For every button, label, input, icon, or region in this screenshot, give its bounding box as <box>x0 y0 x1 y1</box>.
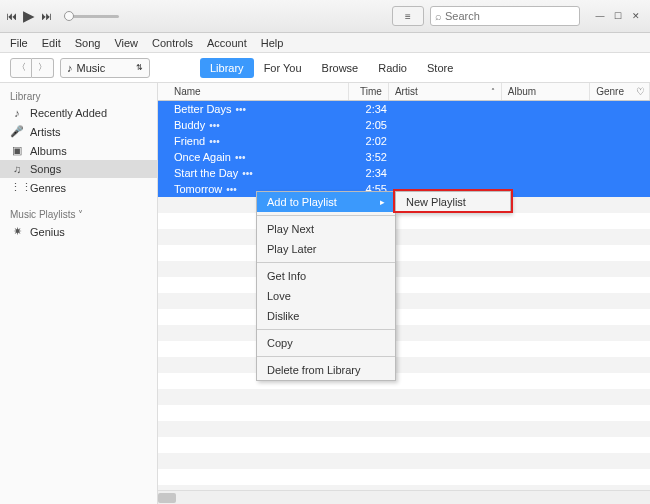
search-field[interactable]: ⌕ <box>430 6 580 26</box>
close-button[interactable]: ✕ <box>628 9 644 23</box>
sidebar-item-recently-added[interactable]: ♪Recently Added <box>0 104 157 122</box>
submenu-arrow-icon: ▸ <box>380 197 385 207</box>
sidebar-library-header: Library <box>0 87 157 104</box>
menu-controls[interactable]: Controls <box>146 35 199 51</box>
chevron-down-icon: ˅ <box>78 209 83 220</box>
ctx-get-info[interactable]: Get Info <box>257 266 395 286</box>
tabs: Library For You Browse Radio Store <box>200 58 463 78</box>
maximize-button[interactable]: ☐ <box>610 9 626 23</box>
menu-view[interactable]: View <box>108 35 144 51</box>
col-loved[interactable]: ♡ <box>630 83 650 100</box>
more-dots-icon[interactable]: ••• <box>209 136 220 147</box>
table-row[interactable]: Start the Day•••2:34 <box>158 165 650 181</box>
menu-account[interactable]: Account <box>201 35 253 51</box>
back-button[interactable]: 〈 <box>10 58 32 78</box>
sidebar-item-artists[interactable]: 🎤Artists <box>0 122 157 141</box>
sidebar-item-label: Songs <box>30 163 61 175</box>
tab-radio[interactable]: Radio <box>368 58 417 78</box>
tab-browse[interactable]: Browse <box>312 58 369 78</box>
genres-icon: ⋮⋮ <box>10 181 24 194</box>
more-dots-icon[interactable]: ••• <box>209 120 220 131</box>
col-album[interactable]: Album <box>502 83 590 100</box>
table-row-empty <box>158 261 650 277</box>
menu-edit[interactable]: Edit <box>36 35 67 51</box>
table-row-empty <box>158 341 650 357</box>
table-row-empty <box>158 309 650 325</box>
toolbar: 〈 〉 ♪ Music ⇅ Library For You Browse Rad… <box>0 53 650 83</box>
sidebar-item-songs[interactable]: ♫Songs <box>0 160 157 178</box>
source-label: Music <box>77 62 106 74</box>
tab-library[interactable]: Library <box>200 58 254 78</box>
more-dots-icon[interactable]: ••• <box>242 168 253 179</box>
table-row[interactable]: Buddy•••2:05 <box>158 117 650 133</box>
col-time[interactable]: Time <box>349 83 388 100</box>
search-input[interactable] <box>445 10 575 22</box>
search-icon: ⌕ <box>435 10 442 22</box>
separator <box>257 262 395 263</box>
col-artist[interactable]: Artist˄ <box>389 83 502 100</box>
table-row[interactable]: Once Again•••3:52 <box>158 149 650 165</box>
mic-icon: 🎤 <box>10 125 24 138</box>
table-row-empty <box>158 245 650 261</box>
table-row[interactable]: Friend•••2:02 <box>158 133 650 149</box>
playback-controls: ⏮ ▶ ⏭ <box>6 7 52 25</box>
minimize-button[interactable]: — <box>592 9 608 23</box>
menu-song[interactable]: Song <box>69 35 107 51</box>
forward-button[interactable]: 〉 <box>32 58 54 78</box>
chevron-updown-icon: ⇅ <box>136 63 143 72</box>
table-row-empty <box>158 213 650 229</box>
ctx-play-next[interactable]: Play Next <box>257 219 395 239</box>
separator <box>257 356 395 357</box>
more-dots-icon[interactable]: ••• <box>235 104 246 115</box>
scrollbar-thumb[interactable] <box>158 493 176 503</box>
table-row-empty <box>158 437 650 453</box>
table-row[interactable]: Better Days•••2:34 <box>158 101 650 117</box>
col-name[interactable]: Name <box>158 83 349 100</box>
sidebar-item-albums[interactable]: ▣Albums <box>0 141 157 160</box>
sidebar-item-genres[interactable]: ⋮⋮Genres <box>0 178 157 197</box>
horizontal-scrollbar[interactable] <box>158 490 650 504</box>
songs-icon: ♫ <box>10 163 24 175</box>
table-row-empty <box>158 453 650 469</box>
track-time: 2:34 <box>353 167 393 179</box>
ctx-new-playlist[interactable]: New Playlist <box>396 192 510 212</box>
sidebar: Library ♪Recently Added 🎤Artists ▣Albums… <box>0 83 158 504</box>
context-submenu: New Playlist <box>395 191 511 213</box>
table-row-empty <box>158 389 650 405</box>
track-time: 2:34 <box>353 103 393 115</box>
more-dots-icon[interactable]: ••• <box>235 152 246 163</box>
volume-slider[interactable] <box>64 15 119 18</box>
menu-file[interactable]: File <box>4 35 34 51</box>
track-name: Start the Day••• <box>158 167 353 179</box>
menu-help[interactable]: Help <box>255 35 290 51</box>
table-row-empty <box>158 405 650 421</box>
next-icon[interactable]: ⏭ <box>41 10 52 22</box>
volume-knob[interactable] <box>64 11 74 21</box>
prev-icon[interactable]: ⏮ <box>6 10 17 22</box>
ctx-delete[interactable]: Delete from Library <box>257 360 395 380</box>
sidebar-item-label: Artists <box>30 126 61 138</box>
list-view-button[interactable]: ≡ <box>392 6 424 26</box>
more-dots-icon[interactable]: ••• <box>226 184 237 195</box>
table-row-empty <box>158 357 650 373</box>
tab-for-you[interactable]: For You <box>254 58 312 78</box>
sidebar-item-genius[interactable]: ✷Genius <box>0 222 157 241</box>
track-name: Buddy••• <box>158 119 353 131</box>
ctx-dislike[interactable]: Dislike <box>257 306 395 326</box>
heart-icon: ♡ <box>636 86 645 97</box>
track-name: Once Again••• <box>158 151 353 163</box>
ctx-play-later[interactable]: Play Later <box>257 239 395 259</box>
menubar: File Edit Song View Controls Account Hel… <box>0 33 650 53</box>
play-icon[interactable]: ▶ <box>23 7 35 25</box>
source-selector[interactable]: ♪ Music ⇅ <box>60 58 150 78</box>
ctx-copy[interactable]: Copy <box>257 333 395 353</box>
col-genre[interactable]: Genre <box>590 83 630 100</box>
ctx-add-to-playlist[interactable]: Add to Playlist▸ <box>257 192 395 212</box>
table-row-empty <box>158 373 650 389</box>
tab-store[interactable]: Store <box>417 58 463 78</box>
table-row-empty <box>158 421 650 437</box>
sidebar-playlists-header[interactable]: Music Playlists ˅ <box>0 205 157 222</box>
table-row-empty <box>158 469 650 485</box>
ctx-love[interactable]: Love <box>257 286 395 306</box>
table-row-empty <box>158 229 650 245</box>
